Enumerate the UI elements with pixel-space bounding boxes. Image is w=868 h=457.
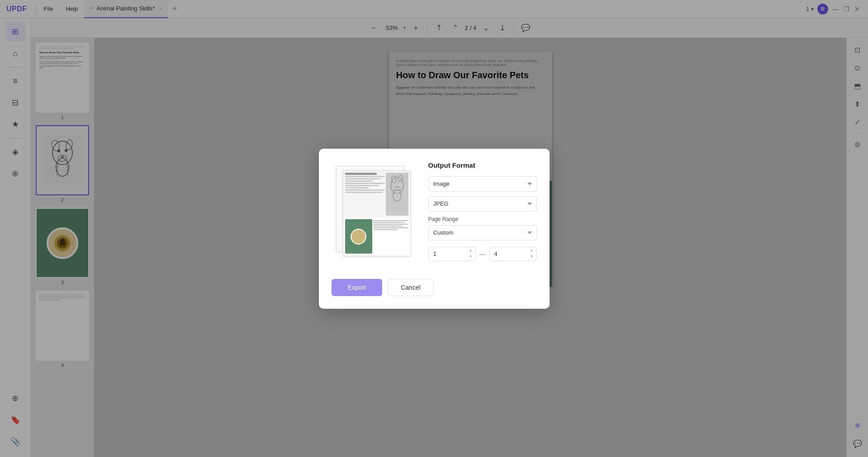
modal-title: Output Format [428,161,537,169]
page-from-up[interactable]: ▲ [468,248,474,254]
modal-overlay: Output Format Image PDF Word Excel JPEG … [0,0,868,457]
page-range-label: Page Range [428,216,537,222]
page-from-wrapper: ▲ ▼ [428,247,476,261]
cancel-button[interactable]: Cancel [388,279,434,296]
page-range-dash: — [479,250,486,258]
modal-footer: Export Cancel [332,279,537,296]
page-from-down[interactable]: ▼ [468,254,474,260]
image-format-select[interactable]: JPEG PNG BMP TIFF [428,196,537,212]
page-range-inputs: ▲ ▼ — ▲ ▼ [428,247,537,261]
preview-area [332,161,417,270]
export-button[interactable]: Export [332,279,382,296]
output-format-select[interactable]: Image PDF Word Excel [428,176,537,192]
page-to-down[interactable]: ▼ [529,254,535,260]
page-range-select[interactable]: Custom All Pages Odd Pages Even Pages [428,225,537,240]
modal-body: Output Format Image PDF Word Excel JPEG … [332,161,537,270]
export-form: Output Format Image PDF Word Excel JPEG … [428,161,537,261]
page-to-wrapper: ▲ ▼ [489,247,537,261]
preview-page-front [343,170,411,256]
export-modal: Output Format Image PDF Word Excel JPEG … [319,149,550,309]
svg-point-40 [396,186,398,188]
page-to-up[interactable]: ▲ [529,248,535,254]
